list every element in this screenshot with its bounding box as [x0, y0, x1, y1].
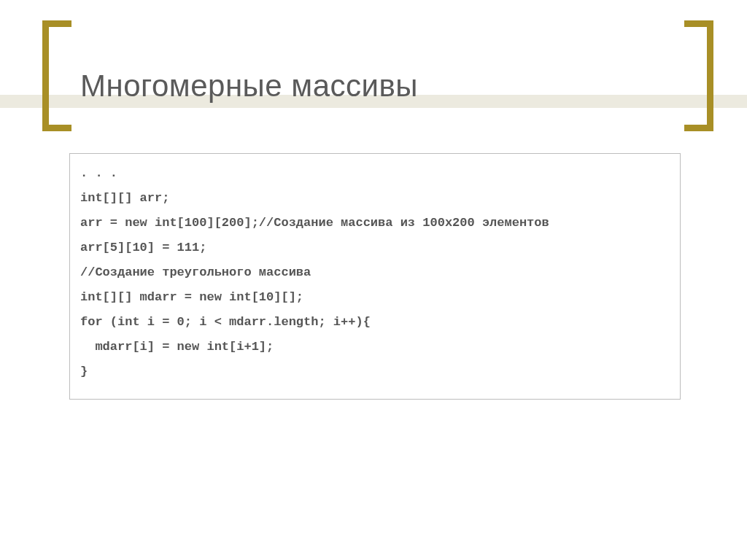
- left-bracket-icon: [42, 20, 77, 131]
- code-line: }: [80, 359, 670, 384]
- code-line: int[][] arr;: [80, 186, 670, 211]
- code-line: arr[5][10] = 111;: [80, 236, 670, 260]
- code-line: //Создание треугольного массива: [80, 260, 670, 285]
- code-line: mdarr[i] = new int[i+1];: [80, 335, 670, 359]
- code-box: . . . int[][] arr; arr = new int[100][20…: [69, 153, 681, 400]
- code-line: int[][] mdarr = new int[10][];: [80, 285, 670, 310]
- right-bracket-icon: [678, 20, 713, 131]
- code-line: . . .: [80, 161, 670, 186]
- slide: Многомерные массивы . . . int[][] arr; a…: [0, 0, 747, 560]
- code-line: for (int i = 0; i < mdarr.length; i++){: [80, 310, 670, 335]
- code-line: arr = new int[100][200];//Создание масси…: [80, 211, 670, 236]
- slide-title: Многомерные массивы: [80, 69, 418, 104]
